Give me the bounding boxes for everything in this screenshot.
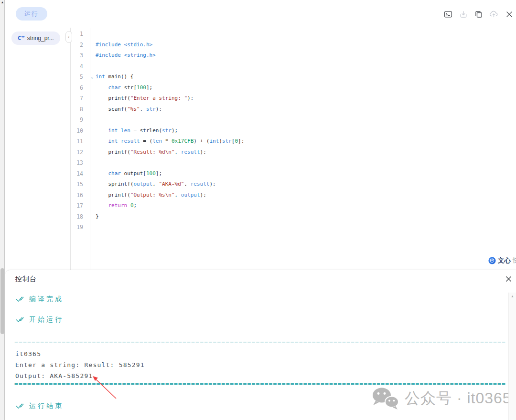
code-token: 100 — [137, 84, 146, 91]
code-token: , — [175, 192, 181, 198]
code-token — [96, 84, 108, 91]
code-token: } — [96, 213, 99, 220]
line-number: 18 — [71, 211, 83, 222]
code-token: 0x17CFB — [172, 138, 194, 144]
code-token: , — [152, 181, 159, 187]
code-token: output — [133, 181, 152, 187]
code-token: output[ — [121, 170, 146, 177]
sidebar-collapse-button[interactable]: ‹ — [65, 31, 72, 43]
code-token: result — [118, 138, 140, 144]
code-line[interactable]: printf("Output: %s\n", output); — [90, 190, 516, 201]
workspace: C++ string_pr... ‹ 123456789101112131415… — [5, 28, 516, 270]
code-line[interactable]: int len = strlen(str); — [90, 126, 516, 136]
line-number: 11 — [71, 136, 83, 147]
terminal-icon[interactable] — [443, 10, 452, 19]
code-token: "Result: %d\n" — [130, 149, 175, 155]
copy-icon[interactable] — [474, 10, 483, 19]
code-line[interactable]: #include <stdio.h> — [90, 40, 516, 51]
code-token: int — [209, 138, 219, 144]
code-token — [96, 127, 108, 134]
code-token: #include <stdio.h> — [96, 42, 152, 48]
code-token — [127, 202, 130, 209]
double-check-icon — [15, 294, 24, 304]
double-check-icon — [15, 401, 24, 410]
code-token: printf( — [96, 95, 130, 101]
code-token: 0 — [130, 202, 134, 209]
code-token: = ( — [140, 138, 153, 144]
comate-logo-icon — [488, 257, 496, 264]
code-area[interactable]: #include <stdio.h>#include <string.h>⌄in… — [90, 29, 516, 233]
console-close-icon[interactable] — [504, 274, 513, 283]
c-language-icon: C++ — [18, 35, 24, 42]
code-token: sprintf( — [96, 181, 133, 187]
console-scrollbar[interactable]: ▲ — [508, 293, 516, 420]
code-line[interactable]: return 0; — [90, 200, 516, 211]
code-token: = strlen( — [130, 127, 162, 134]
code-line[interactable] — [90, 222, 516, 233]
line-number: 2 — [71, 40, 83, 51]
code-line[interactable]: scanf("%s", str); — [90, 104, 516, 115]
line-number: 14 — [71, 168, 83, 179]
line-number: 4 — [71, 61, 83, 72]
code-token: int — [108, 138, 118, 144]
code-token: "AKA-%d" — [159, 181, 184, 187]
toolbar: 运行 — [5, 0, 516, 27]
code-token: "%s" — [127, 106, 140, 112]
code-token: ; — [134, 202, 137, 209]
line-number: 7 — [71, 93, 83, 104]
code-line[interactable]: char str[100]; — [90, 83, 516, 94]
scrollbar-up-icon[interactable]: ▲ — [509, 294, 516, 298]
run-button[interactable]: 运行 — [16, 7, 47, 21]
download-icon[interactable] — [459, 10, 468, 19]
console-status-run: 开始运行 — [15, 315, 64, 324]
line-number: 6 — [71, 83, 83, 94]
chevron-left-icon: ‹ — [68, 34, 69, 40]
line-number: 13 — [71, 158, 83, 168]
code-token: str[ — [121, 84, 137, 91]
code-line[interactable]: sprintf(output, "AKA-%d", result); — [90, 179, 516, 190]
code-token: ) — [219, 138, 222, 144]
line-number: 16 — [71, 190, 83, 201]
line-number: 12 — [71, 147, 83, 158]
toolbar-icon-group — [443, 10, 514, 19]
code-token: str — [222, 138, 232, 144]
code-token: ]; — [238, 138, 244, 144]
code-token: ]; — [146, 84, 152, 91]
console-output-line: it0365 — [15, 348, 145, 359]
scrollbar-up-icon[interactable]: ▲ — [0, 0, 5, 5]
code-line[interactable]: char output[100]; — [90, 168, 516, 179]
brand-badge[interactable]: 文心快码 — [488, 256, 516, 265]
code-token: result — [191, 181, 210, 187]
code-line[interactable] — [90, 29, 516, 40]
code-line[interactable]: ⌄int main() { — [90, 72, 516, 83]
code-editor[interactable]: 12345678910111213141516171819 #include <… — [71, 28, 516, 270]
code-line[interactable]: printf("Enter a string: "); — [90, 93, 516, 104]
line-number: 1 — [71, 29, 83, 40]
code-line[interactable]: #include <string.h> — [90, 50, 516, 61]
code-line[interactable] — [90, 158, 516, 168]
code-token — [96, 138, 108, 144]
code-line[interactable]: printf("Result: %d\n", result); — [90, 147, 516, 158]
cloud-upload-icon[interactable] — [489, 10, 498, 19]
code-line[interactable] — [90, 61, 516, 72]
app-window: ▲ 运行 — [0, 0, 516, 420]
line-number: 3 — [71, 50, 83, 61]
brand-name-secondary: 快码 — [513, 256, 516, 265]
code-token: char — [108, 170, 121, 177]
close-icon[interactable] — [505, 10, 514, 19]
code-line[interactable]: } — [90, 211, 516, 222]
file-tab[interactable]: C++ string_pr... — [11, 32, 60, 45]
fold-chevron-icon[interactable]: ⌄ — [91, 72, 93, 83]
code-token: printf( — [96, 192, 130, 198]
code-token — [96, 170, 108, 177]
console-panel: 控制台 编译完成 开始运行 ==========================… — [5, 270, 516, 420]
code-line[interactable] — [90, 115, 516, 126]
line-number: 10 — [71, 126, 83, 136]
page-scrollbar[interactable]: ▲ — [0, 0, 5, 420]
code-line[interactable]: int result = (len * 0x17CFB) + (int)str[… — [90, 136, 516, 147]
code-token: ); — [172, 127, 178, 134]
code-token: #include <string.h> — [96, 52, 156, 58]
page-scrollbar-thumb[interactable] — [0, 268, 4, 334]
code-token: result — [181, 149, 200, 155]
code-token: , — [140, 106, 146, 112]
